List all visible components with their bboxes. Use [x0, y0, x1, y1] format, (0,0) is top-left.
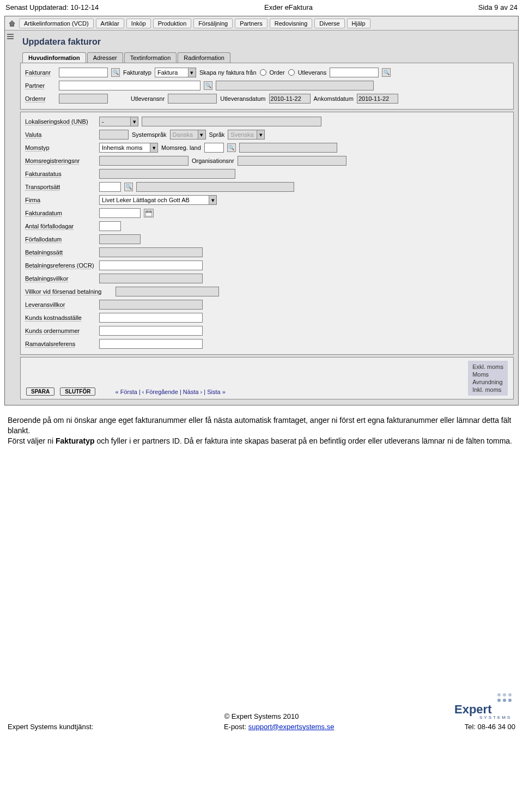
- menu-hjalp[interactable]: Hjälp: [347, 19, 370, 28]
- momsreg-lookup-icon[interactable]: 🔍: [227, 143, 236, 152]
- utleverans-input[interactable]: [330, 68, 379, 77]
- lbl-fakturatyp: Fakturatyp: [123, 69, 151, 76]
- betvillkor-input: [99, 274, 203, 283]
- calendar-icon[interactable]: [144, 209, 154, 217]
- svg-point-6: [508, 699, 512, 702]
- momsreg-land-input[interactable]: [204, 143, 224, 153]
- lbl-momsreg-land: Momsreg. land: [161, 144, 201, 151]
- lbl-ankomst: Ankomstdatum: [314, 95, 354, 102]
- lbl-partner: Partner: [25, 82, 56, 89]
- list-icon[interactable]: [7, 34, 14, 39]
- panel-top: Fakturanr 🔍 Fakturatyp Faktura ▾ Skapa n…: [20, 63, 514, 110]
- lbl-firma: Firma: [25, 197, 96, 203]
- valuta-input: [99, 130, 129, 140]
- momstyp-select[interactable]: Inhemsk moms ▾: [99, 143, 158, 153]
- fakturadatum-input[interactable]: [99, 208, 141, 218]
- footer-left: Expert Systems kundtjänst:: [8, 723, 94, 731]
- antalfd-input[interactable]: [99, 221, 121, 231]
- panel-bottom: SPARA SLUTFÖR « Första | ‹ Föregående | …: [20, 357, 514, 399]
- systemspr-select[interactable]: Danska ▾: [170, 130, 206, 140]
- lbl-levvillkor: Leveransvillkor: [25, 301, 96, 308]
- forsenad-input: [115, 287, 219, 296]
- lbl-kundsord: Kunds ordernummer: [25, 328, 96, 334]
- lokal-select[interactable]: - ▾: [99, 117, 138, 126]
- expert-logo: Expert SYSTEMS: [454, 692, 514, 719]
- tab-adresser[interactable]: Adresser: [87, 52, 123, 63]
- ramavtal-input[interactable]: [99, 339, 203, 349]
- form-region: Uppdatera fakturor Huvudinformation Adre…: [18, 31, 518, 405]
- order-radio[interactable]: [260, 69, 266, 76]
- menu-produktion[interactable]: Produktion: [153, 19, 192, 28]
- levvillkor-input: [99, 300, 203, 310]
- svg-point-2: [503, 693, 506, 696]
- total-inkl: Inkl. moms: [472, 386, 503, 393]
- support-email-link[interactable]: support@expertsystems.se: [248, 723, 335, 731]
- pager[interactable]: « Första | ‹ Föregående | Nästa › | Sist…: [115, 389, 225, 395]
- lbl-ocr: Betalningsreferens (OCR): [25, 262, 96, 269]
- transport-lookup-icon[interactable]: 🔍: [124, 183, 133, 191]
- svg-text:SYSTEMS: SYSTEMS: [479, 715, 512, 719]
- lbl-betalningssatt: Betalningssätt: [25, 249, 96, 256]
- forfallodatum-input: [99, 234, 141, 244]
- firma-value: Livet Leker Lättlagat och Gott AB: [100, 197, 209, 203]
- tab-radinfo[interactable]: Radinformation: [178, 52, 230, 63]
- utleverans-lookup-icon[interactable]: 🔍: [382, 68, 391, 77]
- momstyp-value: Inhemsk moms: [100, 144, 150, 151]
- lokal-display: [142, 117, 321, 126]
- fakturanr-lookup-icon[interactable]: 🔍: [111, 68, 120, 77]
- lbl-valuta: Valuta: [25, 131, 96, 138]
- tab-huvudinfo[interactable]: Huvudinformation: [22, 52, 86, 63]
- left-gutter: [5, 31, 16, 43]
- tabs: Huvudinformation Adresser Textinformatio…: [20, 52, 514, 63]
- ocr-input[interactable]: [99, 260, 203, 270]
- app-screenshot: Artikelinformation (VCD) Artiklar Inköp …: [4, 16, 519, 405]
- chevron-down-icon[interactable]: ▾: [130, 117, 138, 126]
- lbl-sprak: Språk: [209, 131, 225, 138]
- chevron-down-icon[interactable]: ▾: [150, 143, 157, 152]
- tab-textinfo[interactable]: Textinformation: [124, 52, 177, 63]
- lbl-lokal: Lokaliseringskod (UNB): [25, 118, 96, 125]
- menu-inkop[interactable]: Inköp: [126, 19, 151, 28]
- lokal-value: -: [100, 118, 130, 125]
- kundsord-input[interactable]: [99, 326, 203, 336]
- chevron-down-icon[interactable]: ▾: [188, 68, 196, 77]
- svg-point-1: [497, 693, 501, 696]
- ordernr-input: [59, 94, 108, 104]
- menu-artiklar[interactable]: Artiklar: [96, 19, 124, 28]
- lbl-kundskost: Kunds kostnadsställe: [25, 314, 96, 321]
- kundskost-input[interactable]: [99, 313, 203, 323]
- menu-artikelinfo[interactable]: Artikelinformation (VCD): [19, 19, 94, 28]
- fakturanr-input[interactable]: [59, 68, 108, 77]
- menu-partners[interactable]: Partners: [235, 19, 267, 28]
- body-text: Beroende på om ni önskar ange eget faktu…: [0, 413, 523, 451]
- fakturatyp-select[interactable]: Faktura ▾: [155, 68, 196, 77]
- lbl-utleveransnr: Utleveransnr: [131, 95, 165, 102]
- betalningssatt-input: [99, 247, 203, 257]
- partner-lookup-icon[interactable]: 🔍: [204, 81, 212, 90]
- lbl-utleverans: Utleverans: [298, 69, 327, 76]
- partner-display: [216, 81, 374, 90]
- menu-forsaljning[interactable]: Försäljning: [193, 19, 233, 28]
- menu-redovisning[interactable]: Redovisning: [270, 19, 313, 28]
- lbl-forsenad: Villkor vid försenad betalning: [25, 288, 112, 295]
- firma-select[interactable]: Livet Leker Lättlagat och Gott AB ▾: [99, 195, 217, 205]
- menu-diverse[interactable]: Diverse: [314, 19, 344, 28]
- transport-display: [136, 182, 294, 192]
- systemspr-value: Danska: [171, 131, 198, 138]
- sprak-value: Svenska: [228, 131, 257, 138]
- partner-input[interactable]: [59, 81, 200, 90]
- transport-input[interactable]: [99, 182, 121, 192]
- utleverans-radio[interactable]: [288, 69, 295, 76]
- sprak-select[interactable]: Svenska ▾: [228, 130, 265, 140]
- spara-button[interactable]: SPARA: [26, 387, 54, 396]
- lbl-transportsatt: Transportsätt: [25, 184, 96, 190]
- header-center: Exder eFaktura: [264, 3, 313, 11]
- home-icon[interactable]: [8, 20, 16, 27]
- momsregnr-input: [99, 156, 188, 166]
- chevron-down-icon[interactable]: ▾: [257, 130, 264, 139]
- lbl-forfallodatum: Förfallodatum: [25, 236, 96, 243]
- chevron-down-icon[interactable]: ▾: [209, 196, 216, 204]
- svg-point-5: [503, 699, 506, 702]
- slutfor-button[interactable]: SLUTFÖR: [60, 387, 95, 396]
- chevron-down-icon[interactable]: ▾: [198, 130, 205, 139]
